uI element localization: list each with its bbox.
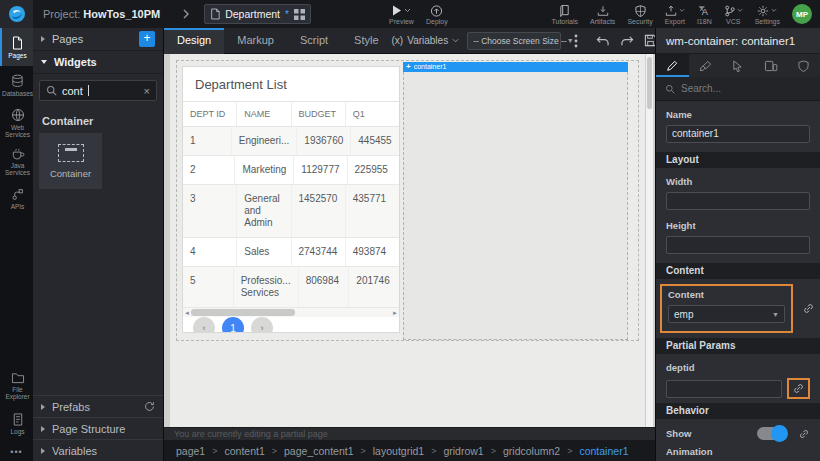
preview-button[interactable]: Preview bbox=[383, 0, 420, 28]
breadcrumb-item[interactable]: layoutgrid1 bbox=[373, 445, 424, 457]
i18n-button[interactable]: A I18N bbox=[691, 0, 718, 28]
tutorials-button[interactable]: Tutorials bbox=[545, 0, 584, 28]
table-row[interactable]: 5Professio... Services806984201746 bbox=[183, 267, 399, 308]
scroll-left-arrow[interactable]: ◄ bbox=[183, 310, 191, 316]
table-row[interactable]: 2Marketing1129777225955 bbox=[183, 156, 399, 185]
bind-content-icon[interactable] bbox=[802, 302, 815, 315]
deptid-input[interactable] bbox=[666, 380, 782, 398]
page-icon bbox=[210, 8, 220, 20]
deploy-button[interactable]: Deploy bbox=[420, 0, 454, 28]
export-button[interactable]: Export bbox=[659, 0, 691, 28]
rail-item-databases[interactable]: Databases bbox=[0, 66, 33, 104]
table-horizontal-scrollbar[interactable]: ◄ ► bbox=[183, 308, 399, 317]
refresh-icon[interactable] bbox=[144, 401, 155, 412]
breadcrumb-item[interactable]: container1 bbox=[579, 445, 628, 457]
layout-section-header[interactable]: Layout bbox=[656, 152, 820, 168]
prev-page-button[interactable]: ‹ bbox=[193, 317, 215, 333]
pages-grid-icon[interactable] bbox=[294, 9, 305, 20]
widgets-section-header[interactable]: Widgets bbox=[33, 51, 163, 74]
scroll-right-arrow[interactable]: ► bbox=[391, 310, 399, 316]
table-row[interactable]: 1Engineeri...1936760445455 bbox=[183, 127, 399, 156]
breadcrumb-item[interactable]: gridrow1 bbox=[443, 445, 483, 457]
width-label: Width bbox=[666, 176, 810, 187]
show-toggle[interactable] bbox=[757, 427, 787, 440]
user-avatar[interactable]: MP bbox=[792, 4, 812, 24]
container1-body[interactable] bbox=[403, 72, 628, 340]
page-structure-section-header[interactable]: Page Structure bbox=[33, 417, 163, 439]
variables-section-header[interactable]: Variables bbox=[33, 439, 163, 461]
content-select[interactable]: emp ▼ bbox=[668, 305, 785, 323]
bind-deptid-icon[interactable] bbox=[792, 382, 805, 395]
breadcrumb-item[interactable]: page1 bbox=[176, 445, 205, 457]
content-section-header[interactable]: Content bbox=[656, 263, 820, 279]
properties-search-input[interactable]: Search... bbox=[656, 77, 820, 101]
width-input[interactable] bbox=[666, 192, 810, 210]
security-button[interactable]: Security bbox=[621, 0, 658, 28]
table-row[interactable]: 3General and Admin1452570435771 bbox=[183, 185, 399, 238]
rail-item-pages[interactable]: Pages bbox=[0, 28, 33, 66]
tab-properties[interactable] bbox=[656, 54, 689, 77]
settings-button[interactable]: Settings bbox=[749, 0, 786, 28]
behavior-section-header[interactable]: Behavior bbox=[656, 403, 820, 419]
current-page-button[interactable]: 1 bbox=[222, 317, 244, 333]
scrollbar-thumb[interactable] bbox=[191, 309, 295, 316]
container1-widget[interactable]: + container1 bbox=[403, 62, 628, 340]
redo-icon[interactable] bbox=[615, 35, 639, 47]
bind-show-icon[interactable] bbox=[798, 428, 810, 440]
rail-item-file-explorer[interactable]: File Explorer bbox=[0, 367, 33, 405]
canvas-vertical-scrollbar[interactable] bbox=[646, 54, 653, 427]
rail-item-java-services[interactable]: Java Services bbox=[0, 142, 33, 180]
rail-item-logs[interactable]: Logs bbox=[0, 405, 33, 443]
deptid-label: deptid bbox=[666, 362, 810, 373]
breadcrumb-item[interactable]: gridcolumn2 bbox=[503, 445, 560, 457]
variables-x-icon: (x) bbox=[392, 35, 404, 46]
artifacts-button[interactable]: Artifacts bbox=[584, 0, 621, 28]
prefabs-section-header[interactable]: Prefabs bbox=[33, 395, 163, 417]
column-header[interactable]: Q1 bbox=[346, 102, 399, 126]
rail-item-apis[interactable]: APIs bbox=[0, 180, 33, 218]
kebab-menu-icon[interactable] bbox=[569, 34, 583, 48]
container-widget-icon bbox=[58, 144, 84, 162]
breadcrumb-item[interactable]: page_content1 bbox=[284, 445, 353, 457]
undo-icon[interactable] bbox=[591, 35, 615, 47]
tab-devices[interactable] bbox=[754, 54, 787, 77]
tab-security[interactable] bbox=[787, 54, 820, 77]
content-highlight-box: Content emp ▼ bbox=[660, 284, 793, 333]
container1-selection-bar[interactable]: + container1 bbox=[403, 62, 628, 72]
column-header[interactable]: DEPT ID bbox=[183, 102, 237, 126]
column-header[interactable]: BUDGET bbox=[292, 102, 346, 126]
clear-search-icon[interactable]: × bbox=[144, 85, 150, 97]
widget-search-input[interactable]: cont × bbox=[39, 80, 157, 101]
screen-size-select[interactable]: -- Choose Screen Size -- ▼ bbox=[467, 32, 561, 50]
container-widget-tile[interactable]: Container bbox=[39, 133, 102, 189]
log-file-icon bbox=[12, 413, 24, 426]
variables-button[interactable]: (x) Variables bbox=[392, 35, 460, 46]
app-logo[interactable] bbox=[0, 0, 33, 28]
tab-styles[interactable] bbox=[689, 54, 722, 77]
rail-more-button[interactable]: ••• bbox=[0, 443, 33, 461]
tab-markup[interactable]: Markup bbox=[224, 28, 287, 54]
rail-item-web-services[interactable]: Web Services bbox=[0, 104, 33, 142]
name-label: Name bbox=[666, 109, 810, 120]
table-cell: Engineeri... bbox=[232, 127, 298, 155]
partial-params-section-header[interactable]: Partial Params bbox=[656, 338, 820, 354]
vcs-button[interactable]: VCS bbox=[718, 0, 749, 28]
column-header[interactable]: NAME bbox=[237, 102, 291, 126]
design-canvas[interactable]: Department List DEPT IDNAMEBUDGETQ1 1Eng… bbox=[164, 54, 655, 427]
pages-section-header[interactable]: Pages + bbox=[33, 28, 163, 51]
tab-design[interactable]: Design bbox=[164, 28, 224, 54]
height-input[interactable] bbox=[666, 236, 810, 254]
breadcrumb-item[interactable]: content1 bbox=[224, 445, 264, 457]
add-page-button[interactable]: + bbox=[139, 31, 155, 47]
tab-events[interactable] bbox=[722, 54, 755, 77]
department-table-widget[interactable]: Department List DEPT IDNAMEBUDGETQ1 1Eng… bbox=[182, 66, 400, 333]
tab-script[interactable]: Script bbox=[287, 28, 341, 54]
table-cell: Sales bbox=[237, 238, 291, 266]
table-row[interactable]: 4Sales2743744493874 bbox=[183, 238, 399, 267]
page-selector-dropdown[interactable]: Department * bbox=[204, 4, 311, 24]
scrollbar-thumb[interactable] bbox=[647, 57, 652, 109]
tab-style[interactable]: Style bbox=[341, 28, 391, 54]
chevron-down-icon bbox=[737, 5, 743, 15]
name-input[interactable]: container1 bbox=[666, 125, 810, 143]
next-page-button[interactable]: › bbox=[251, 317, 273, 333]
